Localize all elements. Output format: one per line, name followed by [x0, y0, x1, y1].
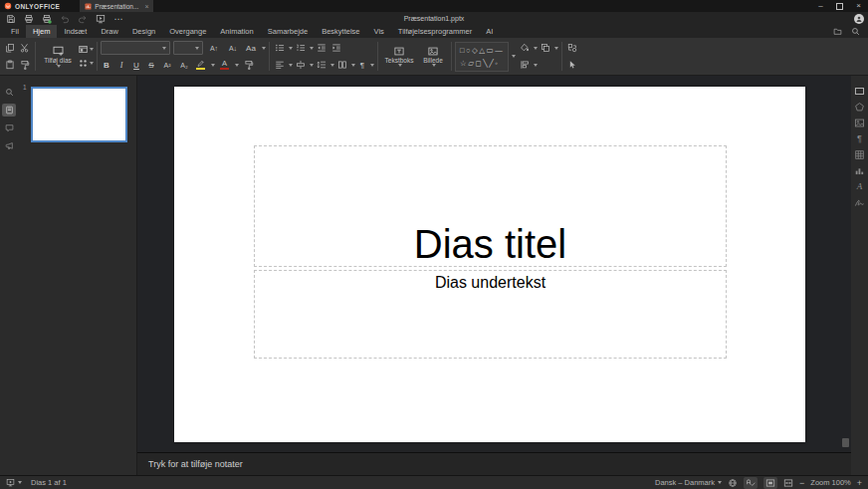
color-scheme-dropdown[interactable]	[78, 57, 94, 71]
slide-group: Tilføj dias	[39, 40, 94, 73]
change-case-button[interactable]: Aa	[244, 44, 258, 53]
numbering-button[interactable]	[294, 41, 308, 55]
shapes-gallery[interactable]: □○◇△▭— ☆▱◻╲╱◦	[455, 42, 509, 72]
shapes-gallery-expand-icon[interactable]	[512, 55, 516, 58]
font-name-combo[interactable]	[101, 41, 170, 55]
tab-draw[interactable]: Draw	[94, 25, 125, 38]
line-spacing-button[interactable]	[315, 58, 328, 72]
start-slideshow-button[interactable]	[94, 13, 108, 25]
spellcheck-icon	[746, 478, 756, 488]
title-placeholder[interactable]: Dias titel	[254, 145, 727, 267]
tab-tilfoejelsesprogrammer[interactable]: Tilføjelsesprogrammer	[391, 25, 479, 38]
shape-fill-button[interactable]	[518, 41, 532, 55]
bold-button[interactable]: B	[101, 61, 112, 70]
zoom-out-button[interactable]: −	[799, 478, 804, 488]
cut-button[interactable]	[18, 41, 32, 55]
slide-layout-dropdown[interactable]	[78, 43, 94, 57]
table-settings-button[interactable]	[853, 148, 866, 160]
signature-settings-button[interactable]	[853, 196, 866, 208]
increase-font-size-button[interactable]: A↑	[206, 45, 222, 52]
superscript-button[interactable]: A²	[160, 62, 174, 69]
feedback-button[interactable]	[2, 139, 16, 152]
subscript-button[interactable]: A₂	[177, 62, 191, 69]
bullets-button[interactable]	[273, 41, 287, 55]
tab-close-icon[interactable]: ×	[144, 3, 148, 10]
subtitle-placeholder[interactable]: Dias undertekst	[254, 270, 727, 359]
italic-button[interactable]: I	[115, 61, 127, 70]
feedback-icon	[5, 141, 14, 150]
paste-button[interactable]	[3, 58, 17, 72]
horizontal-align-button[interactable]	[273, 58, 287, 72]
app-window: ONLYOFFICE Præsentation... × – × ⋯ Præse…	[0, 0, 868, 489]
open-file-location-button[interactable]	[833, 27, 842, 36]
format-painter-button[interactable]	[18, 58, 32, 72]
decrease-indent-button[interactable]	[315, 41, 328, 55]
customize-toolbar-button[interactable]: ⋯	[111, 13, 125, 25]
search-panel-button[interactable]	[2, 86, 16, 99]
select-objects-button[interactable]	[565, 58, 579, 72]
start-slideshow-statusbar-button[interactable]	[6, 478, 22, 487]
tab-design[interactable]: Design	[125, 25, 162, 38]
zoom-in-button[interactable]: +	[857, 478, 862, 488]
notes-area[interactable]: Tryk for at tilføje notater	[137, 452, 851, 475]
user-avatar[interactable]	[854, 14, 864, 24]
spellcheck-button[interactable]	[744, 477, 758, 489]
underline-button[interactable]: U	[130, 61, 142, 70]
highlight-color-button[interactable]	[194, 58, 207, 72]
copy-button[interactable]	[3, 41, 17, 55]
vertical-align-button[interactable]	[294, 58, 308, 72]
columns-button[interactable]	[335, 58, 349, 72]
font-size-combo[interactable]	[173, 41, 203, 55]
tab-overgange[interactable]: Overgange	[162, 25, 213, 38]
tab-hjem[interactable]: Hjem	[26, 25, 58, 38]
minimize-button[interactable]: –	[811, 0, 830, 12]
shape-settings-button[interactable]	[853, 101, 866, 113]
save-button[interactable]	[4, 13, 18, 25]
tab-animation[interactable]: Animation	[213, 25, 260, 38]
tab-beskyttelse[interactable]: Beskyttelse	[315, 25, 366, 38]
language-selector[interactable]: Dansk – Danmark	[655, 478, 722, 487]
slideshow-options-icon	[18, 481, 22, 484]
slide-canvas[interactable]: Dias titel Dias undertekst	[174, 87, 805, 442]
chart-settings-icon	[854, 165, 865, 176]
print-button[interactable]	[22, 13, 36, 25]
fit-to-slide-button[interactable]	[763, 477, 777, 489]
slide-settings-button[interactable]	[853, 85, 866, 97]
change-shape-button[interactable]	[565, 41, 579, 55]
shape-outline-button[interactable]	[539, 41, 552, 55]
comments-panel-button[interactable]	[2, 122, 16, 134]
strikeout-button[interactable]: S	[145, 61, 157, 70]
tab-samarbejde[interactable]: Samarbejde	[261, 25, 315, 38]
slide-thumbnail[interactable]	[31, 87, 127, 142]
paragraph-settings-sidebar-button[interactable]: ¶	[853, 132, 866, 144]
decrease-font-size-button[interactable]: A↓	[225, 45, 241, 52]
document-tab[interactable]: Præsentation... ×	[80, 0, 153, 12]
menubar-right-tools	[833, 25, 868, 38]
quick-print-button[interactable]	[40, 13, 54, 25]
paragraph-settings-button[interactable]: ¶	[356, 61, 368, 70]
document-language-button[interactable]	[728, 478, 738, 488]
insert-image-button[interactable]: Billede	[418, 46, 448, 67]
increase-indent-button[interactable]	[329, 41, 343, 55]
slides-panel-button[interactable]	[2, 104, 16, 117]
search-button[interactable]	[851, 27, 860, 36]
arrange-shape-button[interactable]	[518, 58, 532, 72]
close-button[interactable]: ×	[849, 0, 868, 12]
canvas-scrollbar-thumb[interactable]	[842, 438, 849, 447]
globe-icon	[728, 478, 738, 488]
tab-vis[interactable]: Vis	[367, 25, 391, 38]
redo-button[interactable]	[76, 13, 90, 25]
image-settings-button[interactable]	[853, 117, 866, 128]
font-color-button[interactable]: A	[218, 58, 231, 72]
insert-textbox-button[interactable]: Tekstboks	[381, 46, 417, 67]
undo-button[interactable]	[58, 13, 72, 25]
tab-ai[interactable]: AI	[479, 25, 500, 38]
tab-indsaet[interactable]: Indsæt	[57, 25, 94, 38]
fit-to-width-button[interactable]	[783, 478, 793, 488]
tab-fil[interactable]: Fil	[4, 25, 26, 38]
add-slide-button[interactable]: Tilføj dias	[39, 45, 77, 67]
clear-style-button[interactable]	[242, 58, 256, 72]
textart-settings-button[interactable]: A	[853, 180, 866, 192]
chart-settings-button[interactable]	[853, 164, 866, 176]
maximize-button[interactable]	[830, 0, 849, 12]
